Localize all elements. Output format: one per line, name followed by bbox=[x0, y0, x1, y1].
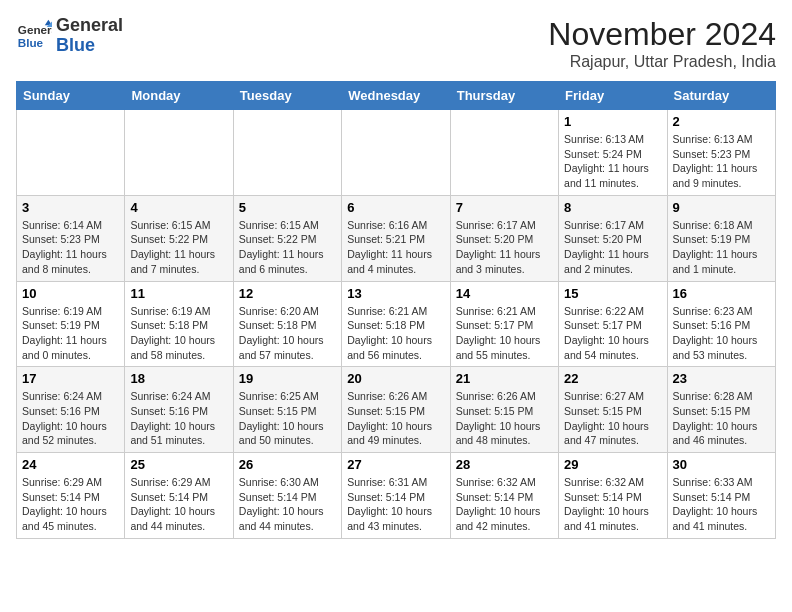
calendar-cell: 12Sunrise: 6:20 AM Sunset: 5:18 PM Dayli… bbox=[233, 281, 341, 367]
day-info: Sunrise: 6:25 AM Sunset: 5:15 PM Dayligh… bbox=[239, 389, 336, 448]
day-number: 1 bbox=[564, 114, 661, 129]
calendar-cell: 24Sunrise: 6:29 AM Sunset: 5:14 PM Dayli… bbox=[17, 453, 125, 539]
day-number: 11 bbox=[130, 286, 227, 301]
day-number: 6 bbox=[347, 200, 444, 215]
calendar-cell: 8Sunrise: 6:17 AM Sunset: 5:20 PM Daylig… bbox=[559, 195, 667, 281]
day-info: Sunrise: 6:31 AM Sunset: 5:14 PM Dayligh… bbox=[347, 475, 444, 534]
day-info: Sunrise: 6:19 AM Sunset: 5:18 PM Dayligh… bbox=[130, 304, 227, 363]
calendar-cell: 30Sunrise: 6:33 AM Sunset: 5:14 PM Dayli… bbox=[667, 453, 775, 539]
day-number: 23 bbox=[673, 371, 770, 386]
day-number: 20 bbox=[347, 371, 444, 386]
day-number: 14 bbox=[456, 286, 553, 301]
calendar-cell: 6Sunrise: 6:16 AM Sunset: 5:21 PM Daylig… bbox=[342, 195, 450, 281]
weekday-header: Tuesday bbox=[233, 82, 341, 110]
day-info: Sunrise: 6:32 AM Sunset: 5:14 PM Dayligh… bbox=[564, 475, 661, 534]
day-number: 27 bbox=[347, 457, 444, 472]
day-number: 28 bbox=[456, 457, 553, 472]
day-info: Sunrise: 6:28 AM Sunset: 5:15 PM Dayligh… bbox=[673, 389, 770, 448]
day-info: Sunrise: 6:21 AM Sunset: 5:18 PM Dayligh… bbox=[347, 304, 444, 363]
calendar-cell: 17Sunrise: 6:24 AM Sunset: 5:16 PM Dayli… bbox=[17, 367, 125, 453]
day-info: Sunrise: 6:27 AM Sunset: 5:15 PM Dayligh… bbox=[564, 389, 661, 448]
day-number: 19 bbox=[239, 371, 336, 386]
day-info: Sunrise: 6:20 AM Sunset: 5:18 PM Dayligh… bbox=[239, 304, 336, 363]
calendar-cell bbox=[233, 110, 341, 196]
logo-icon: General Blue bbox=[16, 18, 52, 54]
day-number: 25 bbox=[130, 457, 227, 472]
day-info: Sunrise: 6:19 AM Sunset: 5:19 PM Dayligh… bbox=[22, 304, 119, 363]
day-info: Sunrise: 6:15 AM Sunset: 5:22 PM Dayligh… bbox=[130, 218, 227, 277]
day-number: 13 bbox=[347, 286, 444, 301]
day-info: Sunrise: 6:15 AM Sunset: 5:22 PM Dayligh… bbox=[239, 218, 336, 277]
calendar-cell: 13Sunrise: 6:21 AM Sunset: 5:18 PM Dayli… bbox=[342, 281, 450, 367]
calendar-week-row: 1Sunrise: 6:13 AM Sunset: 5:24 PM Daylig… bbox=[17, 110, 776, 196]
day-number: 8 bbox=[564, 200, 661, 215]
calendar-cell: 4Sunrise: 6:15 AM Sunset: 5:22 PM Daylig… bbox=[125, 195, 233, 281]
day-info: Sunrise: 6:14 AM Sunset: 5:23 PM Dayligh… bbox=[22, 218, 119, 277]
logo-text: General Blue bbox=[56, 16, 123, 56]
day-info: Sunrise: 6:22 AM Sunset: 5:17 PM Dayligh… bbox=[564, 304, 661, 363]
calendar-week-row: 3Sunrise: 6:14 AM Sunset: 5:23 PM Daylig… bbox=[17, 195, 776, 281]
day-info: Sunrise: 6:23 AM Sunset: 5:16 PM Dayligh… bbox=[673, 304, 770, 363]
day-info: Sunrise: 6:32 AM Sunset: 5:14 PM Dayligh… bbox=[456, 475, 553, 534]
calendar-cell: 7Sunrise: 6:17 AM Sunset: 5:20 PM Daylig… bbox=[450, 195, 558, 281]
day-info: Sunrise: 6:29 AM Sunset: 5:14 PM Dayligh… bbox=[22, 475, 119, 534]
day-number: 12 bbox=[239, 286, 336, 301]
calendar-cell: 16Sunrise: 6:23 AM Sunset: 5:16 PM Dayli… bbox=[667, 281, 775, 367]
calendar-cell: 26Sunrise: 6:30 AM Sunset: 5:14 PM Dayli… bbox=[233, 453, 341, 539]
calendar-cell: 22Sunrise: 6:27 AM Sunset: 5:15 PM Dayli… bbox=[559, 367, 667, 453]
day-info: Sunrise: 6:17 AM Sunset: 5:20 PM Dayligh… bbox=[456, 218, 553, 277]
calendar-cell: 25Sunrise: 6:29 AM Sunset: 5:14 PM Dayli… bbox=[125, 453, 233, 539]
day-number: 17 bbox=[22, 371, 119, 386]
month-title: November 2024 bbox=[548, 16, 776, 53]
day-number: 9 bbox=[673, 200, 770, 215]
calendar-cell bbox=[342, 110, 450, 196]
calendar-cell: 19Sunrise: 6:25 AM Sunset: 5:15 PM Dayli… bbox=[233, 367, 341, 453]
day-number: 22 bbox=[564, 371, 661, 386]
calendar-cell bbox=[450, 110, 558, 196]
day-info: Sunrise: 6:24 AM Sunset: 5:16 PM Dayligh… bbox=[130, 389, 227, 448]
calendar-cell: 27Sunrise: 6:31 AM Sunset: 5:14 PM Dayli… bbox=[342, 453, 450, 539]
weekday-header: Friday bbox=[559, 82, 667, 110]
day-info: Sunrise: 6:18 AM Sunset: 5:19 PM Dayligh… bbox=[673, 218, 770, 277]
calendar-cell: 11Sunrise: 6:19 AM Sunset: 5:18 PM Dayli… bbox=[125, 281, 233, 367]
calendar-cell bbox=[17, 110, 125, 196]
day-info: Sunrise: 6:26 AM Sunset: 5:15 PM Dayligh… bbox=[347, 389, 444, 448]
weekday-header: Thursday bbox=[450, 82, 558, 110]
logo: General Blue General Blue bbox=[16, 16, 123, 56]
calendar-cell: 3Sunrise: 6:14 AM Sunset: 5:23 PM Daylig… bbox=[17, 195, 125, 281]
day-info: Sunrise: 6:29 AM Sunset: 5:14 PM Dayligh… bbox=[130, 475, 227, 534]
weekday-header: Wednesday bbox=[342, 82, 450, 110]
weekday-header: Monday bbox=[125, 82, 233, 110]
calendar-cell: 1Sunrise: 6:13 AM Sunset: 5:24 PM Daylig… bbox=[559, 110, 667, 196]
day-number: 16 bbox=[673, 286, 770, 301]
day-info: Sunrise: 6:33 AM Sunset: 5:14 PM Dayligh… bbox=[673, 475, 770, 534]
header: General Blue General Blue November 2024 … bbox=[16, 16, 776, 71]
location: Rajapur, Uttar Pradesh, India bbox=[548, 53, 776, 71]
day-number: 5 bbox=[239, 200, 336, 215]
calendar-week-row: 24Sunrise: 6:29 AM Sunset: 5:14 PM Dayli… bbox=[17, 453, 776, 539]
weekday-header: Sunday bbox=[17, 82, 125, 110]
day-info: Sunrise: 6:26 AM Sunset: 5:15 PM Dayligh… bbox=[456, 389, 553, 448]
day-info: Sunrise: 6:17 AM Sunset: 5:20 PM Dayligh… bbox=[564, 218, 661, 277]
weekday-header-row: SundayMondayTuesdayWednesdayThursdayFrid… bbox=[17, 82, 776, 110]
calendar-week-row: 10Sunrise: 6:19 AM Sunset: 5:19 PM Dayli… bbox=[17, 281, 776, 367]
day-number: 15 bbox=[564, 286, 661, 301]
calendar-cell: 10Sunrise: 6:19 AM Sunset: 5:19 PM Dayli… bbox=[17, 281, 125, 367]
calendar-cell bbox=[125, 110, 233, 196]
day-number: 10 bbox=[22, 286, 119, 301]
calendar-cell: 14Sunrise: 6:21 AM Sunset: 5:17 PM Dayli… bbox=[450, 281, 558, 367]
day-info: Sunrise: 6:21 AM Sunset: 5:17 PM Dayligh… bbox=[456, 304, 553, 363]
day-number: 30 bbox=[673, 457, 770, 472]
calendar-week-row: 17Sunrise: 6:24 AM Sunset: 5:16 PM Dayli… bbox=[17, 367, 776, 453]
day-info: Sunrise: 6:30 AM Sunset: 5:14 PM Dayligh… bbox=[239, 475, 336, 534]
calendar-cell: 5Sunrise: 6:15 AM Sunset: 5:22 PM Daylig… bbox=[233, 195, 341, 281]
day-number: 29 bbox=[564, 457, 661, 472]
calendar-cell: 18Sunrise: 6:24 AM Sunset: 5:16 PM Dayli… bbox=[125, 367, 233, 453]
calendar-cell: 28Sunrise: 6:32 AM Sunset: 5:14 PM Dayli… bbox=[450, 453, 558, 539]
calendar-cell: 23Sunrise: 6:28 AM Sunset: 5:15 PM Dayli… bbox=[667, 367, 775, 453]
day-number: 3 bbox=[22, 200, 119, 215]
day-number: 18 bbox=[130, 371, 227, 386]
day-number: 26 bbox=[239, 457, 336, 472]
day-info: Sunrise: 6:13 AM Sunset: 5:24 PM Dayligh… bbox=[564, 132, 661, 191]
day-number: 24 bbox=[22, 457, 119, 472]
